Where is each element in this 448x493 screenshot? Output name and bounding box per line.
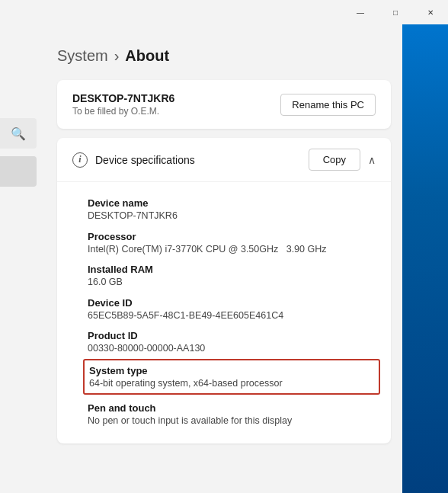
spec-row-product-id: Product ID 00330-80000-00000-AA130 [88,330,376,356]
sidebar-search[interactable]: 🔍 [0,118,37,149]
specs-body: Device name DESKTOP-7NTJKR6 Processor In… [57,182,391,443]
spec-label-device-id: Device ID [88,297,376,309]
breadcrumb-about: About [125,47,169,65]
specs-header: i Device specifications Copy ∧ [57,138,391,182]
pc-info: DESKTOP-7NTJKR6 To be filled by O.E.M. [72,92,174,117]
specs-header-right: Copy ∧ [309,149,376,171]
breadcrumb-system[interactable]: System [57,47,108,65]
breadcrumb-arrow: › [114,47,120,65]
spec-label-system-type: System type [89,365,374,376]
spec-value-device-name: DESKTOP-7NTJKR6 [88,210,376,223]
close-button[interactable]: ✕ [413,0,448,24]
specs-title: Device specifications [95,154,195,166]
copy-button[interactable]: Copy [309,149,360,171]
spec-value-ram: 16.0 GB [88,276,376,290]
spec-label-ram: Installed RAM [88,264,376,275]
minimize-button[interactable]: — [343,0,378,24]
pc-subtitle: To be filled by O.E.M. [72,106,174,117]
maximize-button[interactable]: □ [378,0,413,24]
breadcrumb: System › About [57,47,391,65]
spec-value-pen-touch: No pen or touch input is available for t… [88,415,376,428]
spec-row-system-type: System type 64-bit operating system, x64… [83,359,380,395]
main-content: System › About DESKTOP-7NTJKR6 To be fil… [42,24,406,493]
specs-card: i Device specifications Copy ∧ Device na… [57,138,391,443]
chevron-up-icon[interactable]: ∧ [368,154,376,166]
specs-header-left: i Device specifications [72,152,195,168]
spec-value-system-type: 64-bit operating system, x64-based proce… [89,377,374,391]
spec-row-processor: Processor Intel(R) Core(TM) i7-3770K CPU… [88,231,376,257]
sidebar-item [0,156,37,187]
spec-value-product-id: 00330-80000-00000-AA130 [88,342,376,356]
titlebar-controls: — □ ✕ [343,0,448,24]
spec-row-pen-touch: Pen and touch No pen or touch input is a… [88,402,376,428]
pc-name: DESKTOP-7NTJKR6 [72,92,174,104]
spec-value-device-id: 65EC5B89-5A5F-48C1-BE49-4EE605E461C4 [88,309,376,323]
info-icon: i [72,152,88,168]
spec-row-device-id: Device ID 65EC5B89-5A5F-48C1-BE49-4EE605… [88,297,376,323]
spec-label-pen-touch: Pen and touch [88,402,376,414]
spec-label-device-name: Device name [88,197,376,209]
spec-row-device-name: Device name DESKTOP-7NTJKR6 [88,197,376,223]
spec-value-processor: Intel(R) Core(TM) i7-3770K CPU @ 3.50GHz… [88,243,376,257]
spec-row-ram: Installed RAM 16.0 GB [88,264,376,290]
rename-pc-button[interactable]: Rename this PC [280,94,376,116]
pc-name-card: DESKTOP-7NTJKR6 To be filled by O.E.M. R… [57,80,391,129]
spec-label-processor: Processor [88,231,376,242]
search-icon: 🔍 [11,126,26,141]
background-decoration [402,0,448,493]
titlebar: — □ ✕ [0,0,448,24]
spec-label-product-id: Product ID [88,330,376,341]
